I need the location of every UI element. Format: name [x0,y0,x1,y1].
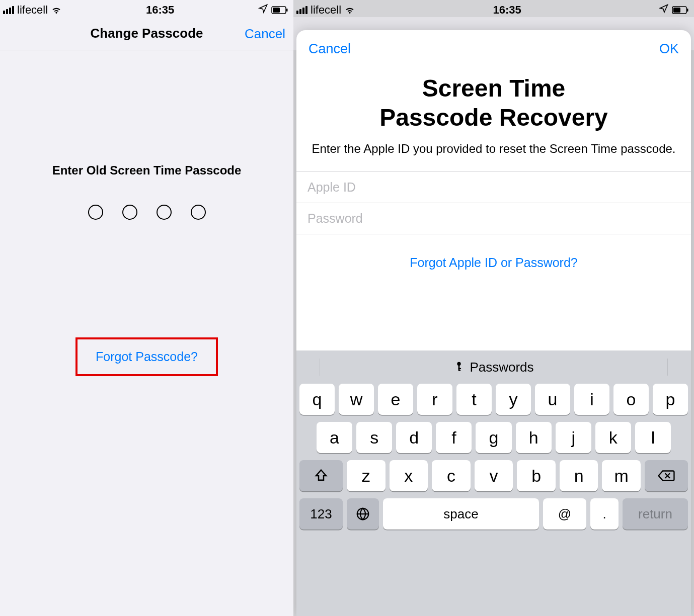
key-u[interactable]: u [535,384,570,415]
key-v[interactable]: v [475,460,513,491]
key-o[interactable]: o [613,384,649,415]
status-bar: lifecell 16:35 [293,0,694,17]
battery-icon [672,6,689,14]
key-icon [453,360,465,375]
key-q[interactable]: q [299,384,335,415]
password-field-row [296,203,691,234]
location-icon [258,4,268,17]
key-l[interactable]: l [635,422,671,453]
key-a[interactable]: a [317,422,352,453]
forgot-highlight-box: Forgot Passcode? [75,337,218,376]
key-backspace[interactable] [645,460,688,491]
key-z[interactable]: z [347,460,385,491]
sheet-cancel-button[interactable]: Cancel [309,41,351,57]
signal-icon [3,6,14,14]
key-s[interactable]: s [356,422,392,453]
keyboard-row-1: q w e r t y u i o p [299,384,688,415]
key-c[interactable]: c [432,460,471,491]
sheet-ok-button[interactable]: OK [659,41,679,57]
key-shift[interactable] [299,460,343,491]
key-b[interactable]: b [517,460,556,491]
key-numbers[interactable]: 123 [299,498,343,530]
sheet-title: Screen Time Passcode Recovery [296,57,691,141]
key-g[interactable]: g [476,422,511,453]
key-n[interactable]: n [560,460,598,491]
key-d[interactable]: d [396,422,432,453]
key-i[interactable]: i [574,384,609,415]
svg-rect-4 [687,9,688,12]
status-bar: lifecell 16:35 [0,0,293,17]
svg-rect-2 [273,8,280,13]
carrier-label: lifecell [311,4,341,17]
svg-rect-5 [673,8,680,13]
cancel-button[interactable]: Cancel [245,26,285,41]
signal-icon [296,6,307,14]
passcode-dot [88,205,103,220]
apple-id-field-row [296,172,691,203]
key-x[interactable]: x [390,460,428,491]
carrier-label: lifecell [17,4,48,17]
location-icon [659,4,669,17]
svg-rect-1 [286,9,288,12]
nav-bar: Change Passcode Cancel [0,17,293,50]
sheet-title-line1: Screen Time [422,75,566,102]
nav-title: Change Passcode [91,26,203,41]
keyboard-row-2: a s d f g h j k l [299,422,688,453]
key-w[interactable]: w [339,384,374,415]
key-at[interactable]: @ [543,498,586,530]
sheet-title-line2: Passcode Recovery [379,104,608,131]
key-y[interactable]: y [496,384,531,415]
passcode-prompt: Enter Old Screen Time Passcode [52,163,242,178]
left-screenshot: lifecell 16:35 Change Passcode Cancel En… [0,0,293,616]
key-f[interactable]: f [436,422,472,453]
keyboard-row-3: z x c v b n m [299,460,688,491]
password-input[interactable] [307,211,680,226]
status-time: 16:35 [146,4,174,17]
key-dot[interactable]: . [590,498,619,530]
passcode-dot [122,205,137,220]
key-e[interactable]: e [378,384,413,415]
key-h[interactable]: h [516,422,552,453]
key-space[interactable]: space [383,498,539,530]
svg-rect-8 [458,368,461,369]
battery-icon [271,6,288,14]
svg-point-6 [457,362,461,365]
status-time: 16:35 [493,4,521,17]
keyboard: Passwords q w e r t y u i o p a [296,350,691,616]
key-return[interactable]: return [623,498,688,530]
passcode-dot [157,205,172,220]
apple-id-input[interactable] [307,180,680,195]
passcode-dot [191,205,206,220]
key-p[interactable]: p [653,384,688,415]
key-r[interactable]: r [417,384,452,415]
sheet-subtitle: Enter the Apple ID you provided to reset… [296,141,691,171]
keyboard-suggestion-label: Passwords [470,360,533,375]
key-m[interactable]: m [602,460,641,491]
forgot-apple-id-link[interactable]: Forgot Apple ID or Password? [296,234,691,280]
recovery-sheet: Cancel OK Screen Time Passcode Recovery … [296,30,691,616]
keyboard-row-4: 123 space @ . return [299,498,688,530]
passcode-dots[interactable] [88,205,206,220]
svg-rect-7 [458,365,460,370]
wifi-icon [51,5,62,16]
svg-rect-9 [458,370,461,371]
forgot-passcode-link[interactable]: Forgot Passcode? [96,349,198,364]
key-t[interactable]: t [456,384,492,415]
keyboard-suggestion-bar[interactable]: Passwords [296,350,691,384]
key-globe[interactable] [347,498,379,530]
key-k[interactable]: k [595,422,631,453]
wifi-icon [344,5,355,16]
right-screenshot: lifecell 16:35 Change Passcode Cancel Ca… [293,0,694,616]
key-j[interactable]: j [556,422,591,453]
